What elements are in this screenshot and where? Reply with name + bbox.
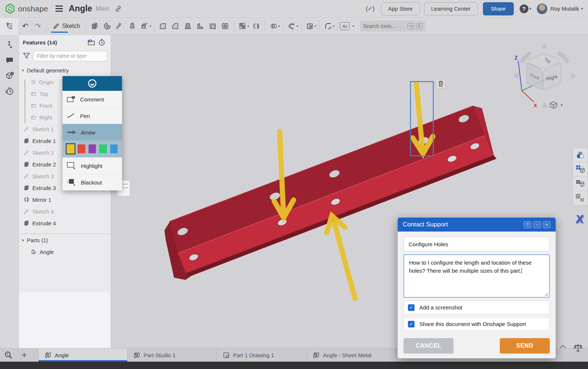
- feature-item-circular-pattern1[interactable]: Circular pattern 1: [19, 229, 111, 234]
- loft-icon[interactable]: [126, 19, 139, 33]
- part-item-angle[interactable]: Angle: [19, 246, 111, 258]
- share-document-checkbox[interactable]: ✓: [408, 321, 415, 327]
- markup-arrow-3[interactable]: [327, 216, 355, 298]
- app-store-button[interactable]: App Store: [381, 2, 420, 15]
- undo-button[interactable]: ↶: [19, 19, 32, 33]
- modify-fillet-icon[interactable]: [322, 19, 334, 33]
- feature-group-default-geometry[interactable]: ▾ Default geometry: [19, 64, 111, 76]
- markup-menu-header[interactable]: [62, 76, 122, 91]
- resize-grip-icon[interactable]: [545, 293, 548, 296]
- add-screenshot-row[interactable]: ✓ Add a screenshot: [404, 301, 550, 314]
- chevron-down-icon[interactable]: ▾: [150, 24, 151, 28]
- chevron-down-icon[interactable]: ▾: [315, 24, 316, 28]
- history-icon[interactable]: [0, 83, 19, 99]
- transform-icon[interactable]: [286, 19, 298, 33]
- feature-item-sketch4[interactable]: Sketch 4: [19, 205, 111, 217]
- tab-part-studio-1[interactable]: Part Studio 1: [127, 348, 216, 362]
- avatar[interactable]: [537, 3, 548, 14]
- dialog-header[interactable]: Contact Support ? − ×: [398, 218, 556, 232]
- filter-input[interactable]: [33, 51, 107, 61]
- user-name[interactable]: Roy Mutalik: [551, 6, 579, 12]
- add-folder-icon[interactable]: [86, 37, 97, 47]
- markup-item-comment[interactable]: Comment: [62, 91, 122, 107]
- featurescript-icon[interactable]: {✓}: [363, 4, 377, 14]
- share-link-icon[interactable]: [115, 5, 122, 12]
- color-swatch-blue[interactable]: [110, 144, 118, 153]
- help-icon[interactable]: ?: [520, 4, 528, 13]
- mirror-icon[interactable]: [250, 19, 262, 33]
- feature-item-mirror1[interactable]: Mirror 1: [19, 194, 111, 205]
- x-addin-icon[interactable]: X: [576, 213, 584, 226]
- message-textarea[interactable]: How to I configure the length and locati…: [404, 254, 550, 298]
- sketch-button[interactable]: Sketch: [49, 19, 84, 33]
- learning-center-button[interactable]: Learning Center: [424, 2, 478, 15]
- rollback-history-icon[interactable]: [97, 37, 107, 47]
- custom-tables-icon[interactable]: [573, 176, 588, 191]
- configuration-panel-icon[interactable]: [573, 162, 588, 177]
- feature-list-toggle-button[interactable]: [0, 18, 19, 35]
- chevron-down-icon[interactable]: ▾: [352, 24, 354, 28]
- comments-icon[interactable]: [0, 53, 19, 68]
- markup-item-pen[interactable]: Pen: [62, 107, 122, 124]
- extrude-icon[interactable]: [89, 19, 101, 33]
- markup-arrow-1[interactable]: [274, 132, 294, 218]
- chevron-down-icon[interactable]: ▾: [22, 68, 24, 72]
- chamfer-icon[interactable]: [169, 19, 182, 33]
- markup-item-highlight[interactable]: Highlight: [62, 157, 122, 174]
- add-tab-button[interactable]: +: [17, 348, 32, 362]
- color-swatch-yellow[interactable]: [67, 144, 74, 153]
- revolve-icon[interactable]: [101, 19, 114, 33]
- assign-ar-button[interactable]: Ar: [340, 22, 349, 30]
- onshape-logo-icon[interactable]: [5, 4, 15, 14]
- delete-markup-button[interactable]: [436, 79, 446, 89]
- manage-tabs-icon[interactable]: [0, 348, 17, 362]
- linear-pattern-icon[interactable]: [236, 19, 249, 33]
- draft-icon[interactable]: [182, 19, 194, 33]
- color-swatch-purple[interactable]: [89, 144, 96, 153]
- main-menu-icon[interactable]: [55, 6, 63, 12]
- chevron-down-icon[interactable]: ▾: [297, 24, 298, 28]
- dialog-help-button[interactable]: ?: [524, 221, 531, 228]
- thicken-icon[interactable]: [139, 19, 151, 33]
- tab-part-1-drawing-1[interactable]: Part 1 Drawing 1: [216, 348, 306, 362]
- filter-icon[interactable]: [23, 53, 30, 59]
- workspace-name[interactable]: Main: [96, 5, 110, 12]
- view-options-button[interactable]: ▾: [549, 99, 570, 110]
- feature-item-extrude4[interactable]: Extrude 4: [19, 217, 111, 229]
- markup-item-blackout[interactable]: A Blackout: [62, 174, 122, 190]
- share-button[interactable]: Share: [483, 2, 514, 15]
- color-swatch-red[interactable]: [78, 144, 85, 153]
- chevron-down-icon[interactable]: ▾: [22, 238, 24, 242]
- rib-icon[interactable]: [194, 19, 207, 33]
- sweep-icon[interactable]: [114, 19, 126, 33]
- help-cube-icon[interactable]: ?: [0, 68, 19, 83]
- insert-version-icon[interactable]: [0, 37, 19, 53]
- color-swatch-green[interactable]: [99, 144, 107, 153]
- tab-angle-sheet-metal[interactable]: Angle - Sheet Metal: [306, 348, 396, 362]
- redo-button[interactable]: ↷: [32, 19, 44, 33]
- help-menu[interactable]: ? ▾: [520, 4, 531, 13]
- chevron-down-icon[interactable]: ▾: [333, 24, 335, 28]
- add-screenshot-checkbox[interactable]: ✓: [408, 304, 415, 311]
- variables-icon[interactable]: x): [573, 191, 588, 205]
- shell-icon[interactable]: [207, 19, 219, 33]
- tab-angle[interactable]: Angle: [38, 348, 127, 362]
- parts-group[interactable]: ▾ Parts (1): [19, 234, 111, 246]
- split-icon[interactable]: [304, 19, 316, 33]
- units-scale-icon[interactable]: [573, 343, 583, 352]
- chevron-down-icon[interactable]: ▾: [278, 24, 280, 28]
- cancel-button[interactable]: CANCEL: [404, 338, 453, 354]
- send-button[interactable]: SEND: [500, 338, 550, 354]
- appearance-panel-icon[interactable]: [573, 148, 588, 162]
- search-tools-input[interactable]: Search tools... ⌥ C: [360, 21, 426, 32]
- hole-icon[interactable]: [219, 19, 232, 33]
- fillet-icon[interactable]: [157, 19, 169, 33]
- dialog-minimize-button[interactable]: −: [533, 221, 541, 228]
- chevron-down-icon[interactable]: ▾: [247, 24, 249, 28]
- subject-input[interactable]: [404, 237, 550, 251]
- boolean-icon[interactable]: [267, 19, 280, 33]
- markup-item-arrow[interactable]: Arrow: [62, 124, 122, 140]
- share-document-row[interactable]: ✓ Share this document with Onshape Suppo…: [404, 317, 550, 331]
- markup-arrow-2-selected[interactable]: [413, 84, 433, 154]
- dialog-close-button[interactable]: ×: [543, 221, 551, 228]
